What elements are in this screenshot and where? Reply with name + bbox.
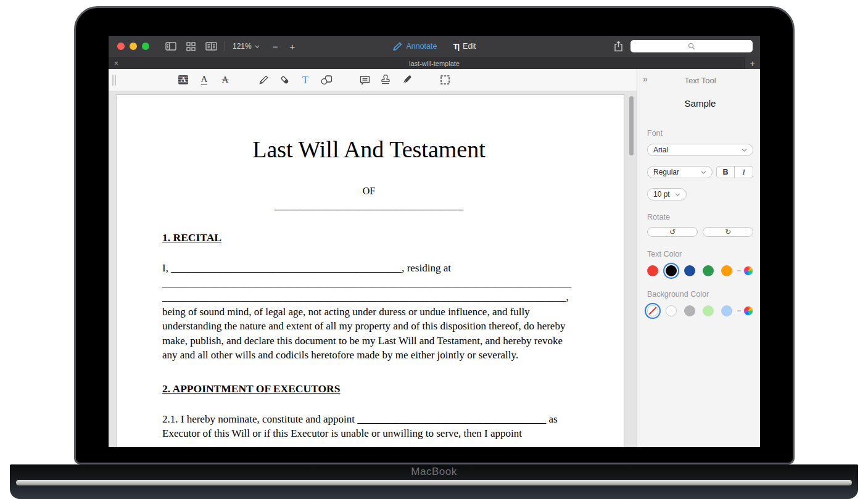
thumbnail-grid-view-icon[interactable]	[186, 42, 196, 51]
macbook-brand-label: MacBook	[10, 464, 858, 478]
italic-button[interactable]: I	[735, 167, 753, 178]
eraser-tool-icon[interactable]	[278, 73, 291, 87]
chevron-down-icon	[742, 149, 747, 152]
close-window-button[interactable]	[117, 43, 125, 50]
address-blank-line-2: ________________________________________…	[162, 290, 576, 305]
tab-title[interactable]: last-will-template	[109, 60, 760, 67]
rotate-ccw-icon: ↺	[669, 228, 676, 236]
pdf-page[interactable]: Last Will And Testament OF _____________…	[116, 94, 624, 447]
pencil-tool-icon[interactable]	[257, 73, 270, 87]
document-view[interactable]: Last Will And Testament OF _____________…	[109, 91, 637, 447]
text-color-wheel-swatch[interactable]	[743, 266, 753, 276]
two-page-view-icon[interactable]	[205, 42, 217, 51]
minimize-window-button[interactable]	[130, 43, 137, 50]
address-blank-line-1: ________________________________________…	[162, 276, 576, 291]
recital-name-line: I, _____________________________________…	[162, 261, 576, 276]
traffic-lights	[117, 43, 149, 50]
chevron-down-icon	[675, 193, 680, 196]
text-color-orange-swatch[interactable]	[721, 265, 732, 276]
document-column: A A A	[109, 69, 637, 447]
text-color-blue-swatch[interactable]	[684, 265, 695, 276]
macbook-base: MacBook	[10, 464, 858, 499]
collapse-sidebar-icon[interactable]: »	[643, 74, 648, 84]
text-color-black-swatch[interactable]	[666, 265, 677, 276]
app-window: 121% − + Annotate	[109, 36, 760, 447]
annotate-mode-label: Annotate	[406, 42, 437, 51]
search-field	[630, 40, 753, 52]
font-size-value: 10 pt	[653, 190, 670, 199]
swatch-separator	[737, 310, 741, 311]
sidebar-view-icon[interactable]	[165, 42, 176, 51]
rotate-clockwise-button[interactable]: ↻	[703, 227, 753, 237]
edit-text-icon: T|	[453, 42, 459, 51]
background-color-swatches	[647, 305, 753, 316]
new-tab-button[interactable]: +	[744, 57, 760, 69]
bold-italic-segment: B I	[716, 166, 753, 178]
macbook-screen: 121% − + Annotate	[74, 6, 795, 464]
background-color-lightblue-swatch[interactable]	[721, 305, 732, 316]
toolbar-separator	[225, 41, 225, 51]
titlebar-right	[614, 40, 753, 52]
sidebar-title: Text Tool	[647, 76, 753, 85]
share-icon[interactable]	[614, 41, 623, 52]
mode-switcher: Annotate T| Edit	[392, 36, 476, 57]
document-of-label: OF	[162, 184, 576, 199]
font-style-value: Regular	[653, 168, 679, 176]
testator-name-blank: ____________________________________	[162, 199, 576, 213]
section1-heading: 1. RECITAL	[162, 230, 576, 245]
highlight-tool-icon[interactable]: A	[177, 73, 189, 87]
background-color-section-label: Background Color	[647, 290, 753, 299]
rotate-counterclockwise-button[interactable]: ↺	[647, 227, 698, 237]
text-color-green-swatch[interactable]	[703, 265, 714, 276]
zoom-in-button[interactable]: +	[289, 42, 295, 51]
shapes-tool-icon[interactable]	[320, 73, 333, 87]
document-title: Last Will And Testament	[162, 136, 576, 163]
macbook-hinge	[16, 480, 852, 485]
zoom-level[interactable]: 121%	[233, 42, 252, 51]
note-comment-tool-icon[interactable]	[358, 73, 371, 87]
font-size-select[interactable]: 10 pt	[647, 188, 687, 200]
font-family-select[interactable]: Arial	[647, 144, 753, 156]
tool-row: A A A	[173, 73, 455, 87]
stamp-tool-icon[interactable]	[379, 73, 392, 87]
text-color-red-swatch[interactable]	[647, 265, 658, 276]
zoom-out-button[interactable]: −	[273, 42, 278, 51]
recital-paragraph: being of sound mind, of legal age, not a…	[162, 305, 576, 363]
executors-line-2: Executor of this Will or if this Executo…	[162, 426, 576, 441]
annotate-pen-icon	[392, 42, 402, 51]
edit-mode-button[interactable]: T| Edit	[453, 42, 476, 51]
fullscreen-window-button[interactable]	[142, 43, 149, 50]
rotate-section-label: Rotate	[647, 213, 753, 221]
font-section-label: Font	[647, 129, 753, 138]
annotate-mode-button[interactable]: Annotate	[392, 42, 437, 51]
rotate-cw-icon: ↻	[725, 228, 731, 236]
bold-button[interactable]: B	[717, 167, 735, 178]
titlebar: 121% − + Annotate	[109, 36, 760, 57]
strikethrough-tool-icon[interactable]: A	[219, 73, 231, 87]
zoom-control: 121% − +	[233, 42, 295, 51]
text-tool-icon[interactable]: T	[299, 73, 312, 87]
signature-pen-tool-icon[interactable]	[400, 73, 413, 87]
select-region-tool-icon[interactable]	[439, 73, 451, 87]
text-color-swatches	[647, 265, 753, 276]
tab-bar: × last-will-template +	[109, 57, 760, 69]
background-color-gray-swatch[interactable]	[684, 305, 695, 316]
section2-heading: 2. APPOINTMENT OF EXECUTORS	[162, 381, 576, 396]
font-style-row: Regular B I	[647, 166, 753, 178]
toolbar-drag-handle[interactable]	[112, 75, 118, 86]
font-family-value: Arial	[653, 146, 668, 154]
background-color-none-swatch[interactable]	[647, 305, 658, 316]
vertical-scrollbar[interactable]	[629, 96, 634, 155]
underline-tool-icon[interactable]: A	[198, 73, 210, 87]
swatch-separator	[737, 270, 741, 271]
text-color-section-label: Text Color	[647, 250, 753, 258]
background-color-white-swatch[interactable]	[666, 305, 677, 316]
search-icon	[688, 43, 695, 50]
background-color-lightgreen-swatch[interactable]	[703, 305, 714, 316]
rotate-buttons: ↺ ↻	[647, 227, 753, 237]
work-area: A A A	[109, 69, 760, 447]
font-sample-preview: Sample	[647, 98, 753, 109]
page-content: Last Will And Testament OF _____________…	[117, 95, 624, 441]
font-style-select[interactable]: Regular	[647, 166, 713, 178]
background-color-wheel-swatch[interactable]	[743, 306, 753, 316]
